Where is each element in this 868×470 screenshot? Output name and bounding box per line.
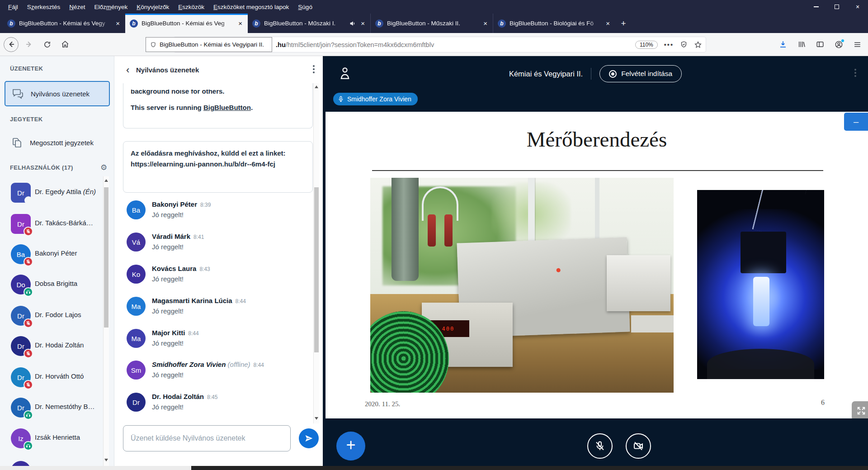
- user-row-partial[interactable]: [0, 461, 103, 466]
- user-row[interactable]: Dr Dr. Egedy Attila (Én): [0, 183, 103, 210]
- action-bar: +: [323, 418, 868, 466]
- scroll-down-icon[interactable]: [104, 459, 108, 461]
- sidebar-item-public-chat[interactable]: Nyilvános üzenetek: [5, 81, 110, 106]
- menu-item[interactable]: Szerkesztés: [24, 2, 64, 12]
- public-chat-panel: ‹ Nyilvános üzenetek background noise fo…: [114, 56, 323, 466]
- chat-scrollbar[interactable]: [313, 83, 319, 423]
- menu-item[interactable]: Fájl: [5, 2, 22, 12]
- tab-close-icon[interactable]: ×: [237, 19, 243, 27]
- users-scrollbar-thumb[interactable]: [104, 187, 108, 328]
- avatar: Dr: [17, 404, 24, 412]
- bbb-favicon: b: [252, 19, 260, 28]
- new-tab-button[interactable]: +: [615, 14, 632, 33]
- fullscreen-icon[interactable]: [852, 401, 868, 418]
- tab-muszaki-2[interactable]: b BigBlueButton - Műszaki II. ×: [370, 14, 493, 33]
- tab-close-icon[interactable]: ×: [605, 19, 611, 27]
- hamburger-menu-icon[interactable]: [850, 37, 864, 52]
- bbb-app: ÜZENETEK Nyilvános üzenetek JEGYETEK Meg…: [0, 56, 868, 466]
- menu-item[interactable]: Előzmények: [91, 2, 132, 12]
- firefox-window: FájlSzerkesztésNézetElőzményekKönyvjelző…: [0, 0, 868, 470]
- avatar: Dr: [17, 342, 24, 350]
- tab-close-icon[interactable]: ×: [360, 19, 366, 27]
- tab-title: BigBlueButton - Műszaki II.: [387, 20, 479, 27]
- avatar: Dr: [17, 374, 24, 381]
- window-restore-icon[interactable]: [826, 0, 847, 14]
- users-scrollbar[interactable]: [103, 176, 109, 466]
- welcome-message-box: background noise for others. This server…: [123, 83, 313, 128]
- tab-biologiai[interactable]: b BigBlueButton - Biológiai és Fö ×: [493, 14, 615, 33]
- downloads-icon[interactable]: [776, 37, 790, 52]
- user-row[interactable]: Dr Dr. Horváth Ottó: [0, 367, 103, 394]
- welcome-clipped-text: background noise for others.: [131, 90, 225, 96]
- tab-tooltip: BigBlueButton - Kémiai és Vegyipari II.: [146, 37, 272, 52]
- account-icon[interactable]: [831, 37, 846, 52]
- microphone-muted-button[interactable]: [587, 433, 613, 459]
- record-icon: [609, 70, 617, 78]
- presentation-whiteboard[interactable]: – Mérőberendezés 400: [326, 112, 868, 418]
- avatar: Iz: [18, 435, 24, 442]
- chat-back-chevron-icon[interactable]: ‹: [126, 64, 129, 76]
- menu-item[interactable]: Nézet: [66, 2, 89, 12]
- user-row[interactable]: Dr Dr. Fodor Lajos: [0, 306, 103, 333]
- stage-options-icon[interactable]: [854, 69, 856, 77]
- home-icon[interactable]: [57, 37, 73, 52]
- scroll-up-icon[interactable]: [315, 85, 318, 88]
- user-row[interactable]: Iz Izsák Henrietta: [0, 428, 103, 456]
- library-icon[interactable]: [794, 37, 809, 52]
- menu-item[interactable]: Könyvjelzők: [133, 2, 173, 12]
- window-close-icon[interactable]: ×: [847, 0, 868, 14]
- bigbluebutton-link[interactable]: BigBlueButton: [203, 104, 251, 111]
- back-icon[interactable]: [4, 37, 19, 52]
- reload-icon[interactable]: [39, 37, 55, 52]
- tab-close-icon[interactable]: ×: [482, 19, 488, 27]
- messages-section-label: ÜZENETEK: [10, 65, 43, 72]
- chat-message-author: Váradi Márk8:41: [152, 233, 204, 240]
- chat-message-text: Jó reggelt!: [152, 307, 184, 315]
- menu-item[interactable]: Súgó: [294, 2, 316, 12]
- user-row[interactable]: Dr Dr. Hodai Zoltán: [0, 336, 103, 363]
- manage-users-gear-icon[interactable]: ⚙: [100, 163, 107, 172]
- bookmark-star-icon[interactable]: [694, 41, 702, 49]
- user-row[interactable]: Dr Dr. Takács-Bárká…: [0, 214, 103, 241]
- window-controls: ×: [806, 0, 868, 14]
- send-message-button[interactable]: [299, 428, 319, 448]
- chat-scrollbar-thumb[interactable]: [314, 187, 319, 352]
- tab-speaker-icon[interactable]: [349, 20, 356, 27]
- chat-options-icon[interactable]: [313, 65, 315, 73]
- user-row[interactable]: Ba Bakonyi Péter: [0, 244, 103, 271]
- scroll-up-icon[interactable]: [104, 179, 108, 182]
- chat-message-input[interactable]: [123, 425, 291, 451]
- actions-plus-button[interactable]: +: [336, 432, 365, 461]
- menu-bar-items: FájlSzerkesztésNézetElőzményekKönyvjelző…: [0, 2, 316, 12]
- tracking-shield-icon[interactable]: [680, 41, 688, 48]
- page-actions-icon[interactable]: •••: [664, 41, 674, 48]
- url-bar[interactable]: BigBlueButton - Kémiai és Vegyipari II. …: [174, 37, 706, 52]
- bbb-sidebar: ÜZENETEK Nyilvános üzenetek JEGYETEK Meg…: [0, 56, 114, 466]
- avatar: [11, 461, 31, 466]
- menu-item[interactable]: Eszközöket megosztó lapok: [210, 2, 292, 12]
- webcam-off-button[interactable]: [626, 433, 651, 459]
- chat-message: Dr Dr. Hodai Zoltán8:45 Jó reggelt!: [114, 393, 313, 421]
- sidebar-item-shared-notes[interactable]: Megosztott jegyzetek: [5, 132, 110, 154]
- chat-message-author: Major Kitti8:44: [152, 329, 199, 337]
- scroll-down-icon[interactable]: [315, 417, 318, 420]
- user-row[interactable]: Do Dobsa Brigitta: [0, 275, 103, 302]
- start-recording-button[interactable]: Felvétel indítása: [599, 65, 682, 82]
- user-row[interactable]: Dr Dr. Nemestóthy B…: [0, 398, 103, 425]
- tab-muszaki-1[interactable]: b BigBlueButton - Műszaki I. ×: [248, 14, 370, 33]
- bbb-favicon: b: [498, 19, 506, 28]
- avatar: Sm: [131, 366, 142, 374]
- avatar: Ba: [17, 251, 25, 258]
- tab-kemiai-1[interactable]: b BigBlueButton - Kémiai és Vegy ×: [3, 14, 125, 33]
- forward-icon[interactable]: [21, 37, 37, 52]
- window-minimize-icon[interactable]: [806, 0, 826, 14]
- active-talker-indicator[interactable]: Smidhoffer Zora Vivien: [333, 93, 418, 105]
- notes-section-label: JEGYETEK: [10, 116, 43, 123]
- zoom-level-badge[interactable]: 110%: [635, 41, 658, 49]
- tab-close-icon[interactable]: ×: [115, 19, 121, 27]
- chat-message: Ma Major Kitti8:44 Jó reggelt!: [114, 329, 313, 357]
- sidebar-toggle-icon[interactable]: [813, 37, 827, 52]
- tab-strip: b BigBlueButton - Kémiai és Vegy × b Big…: [0, 14, 868, 33]
- tab-kemiai-2-active[interactable]: b BigBlueButton - Kémiai és Veg ×: [125, 14, 248, 33]
- menu-item[interactable]: Eszközök: [175, 2, 208, 12]
